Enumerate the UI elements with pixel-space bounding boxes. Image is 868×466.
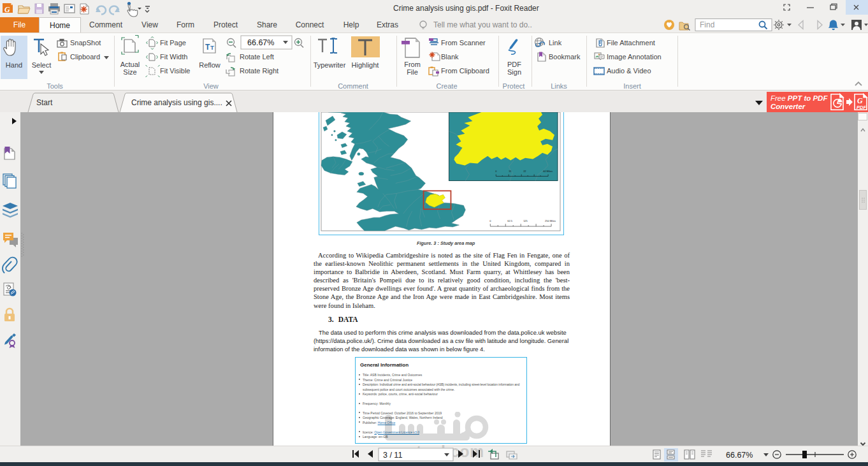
svg-text:62.5: 62.5 <box>507 219 513 222</box>
svg-text:T: T <box>210 44 214 51</box>
svg-text:PDF: PDF <box>857 105 866 110</box>
svg-text:G: G <box>857 96 863 105</box>
svg-text:3 / 11: 3 / 11 <box>383 451 402 460</box>
svg-text:Start: Start <box>36 98 53 107</box>
svg-text:G: G <box>4 5 10 14</box>
svg-text:T: T <box>205 43 210 52</box>
svg-text:Crime analysis using gis....: Crime analysis using gis.... <box>131 98 222 107</box>
svg-text:66.67%: 66.67% <box>247 38 274 47</box>
svg-text:125: 125 <box>523 219 528 222</box>
svg-text:44 Miles: 44 Miles <box>543 170 553 173</box>
svg-text:22: 22 <box>523 170 526 173</box>
svg-text:66.67%: 66.67% <box>726 451 753 460</box>
svg-text:250 Miles: 250 Miles <box>545 219 556 222</box>
svg-text:Find: Find <box>700 20 714 29</box>
